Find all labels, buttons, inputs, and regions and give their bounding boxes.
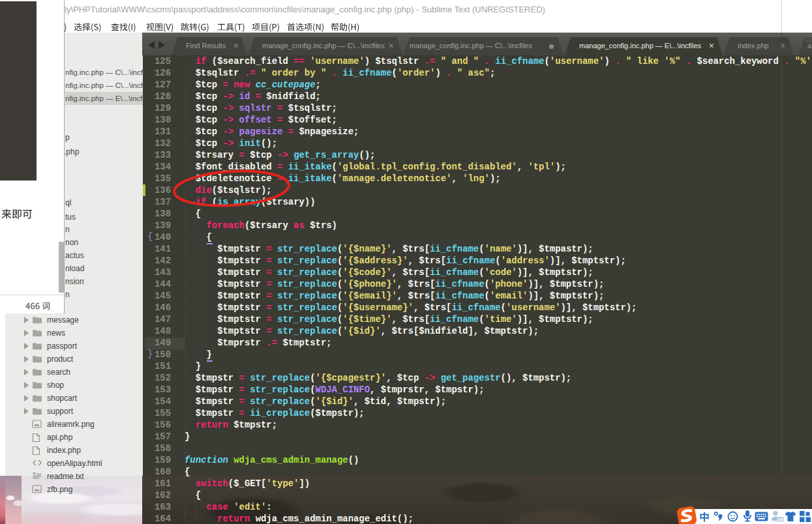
svg-text:19: 19 [777, 517, 783, 523]
